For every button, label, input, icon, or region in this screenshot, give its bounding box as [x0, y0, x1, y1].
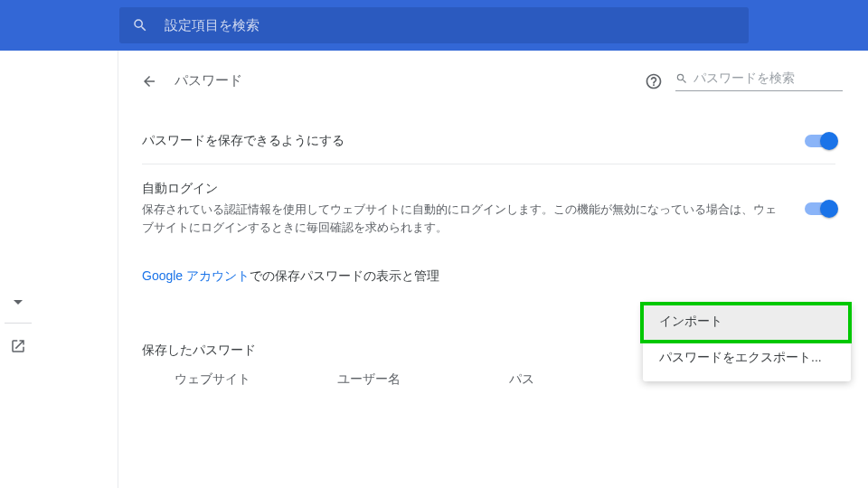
col-website: ウェブサイト	[175, 371, 337, 388]
auto-signin-toggle[interactable]	[805, 202, 835, 215]
auto-signin-title: 自動ログイン	[142, 181, 787, 197]
help-icon	[645, 72, 663, 90]
sidebar	[0, 51, 36, 354]
open-in-new-icon[interactable]	[10, 338, 26, 354]
col-username: ユーザー名	[337, 371, 509, 388]
arrow-back-icon	[141, 73, 157, 89]
google-account-row: Google アカウントでの保存パスワードの表示と管理	[142, 250, 835, 303]
back-button[interactable]	[140, 72, 158, 90]
top-app-bar: 設定項目を検索	[0, 0, 868, 51]
password-search-placeholder: パスワードを検索	[693, 70, 795, 87]
offer-save-label: パスワードを保存できるようにする	[142, 133, 787, 149]
password-search[interactable]: パスワードを検索	[675, 70, 843, 91]
col-password: パス	[509, 371, 534, 388]
settings-page: パスワード パスワードを検索 パスワードを保存できるようにする 自動ログイン 保…	[0, 51, 868, 488]
page-title: パスワード	[175, 72, 242, 89]
menu-item-import[interactable]: インポート	[643, 304, 851, 340]
sidebar-divider	[5, 323, 32, 324]
settings-search[interactable]: 設定項目を検索	[119, 7, 749, 43]
settings-content: パスワード パスワードを検索 パスワードを保存できるようにする 自動ログイン 保…	[118, 51, 868, 488]
page-header: パスワード パスワードを検索	[118, 51, 868, 100]
offer-save-toggle[interactable]	[805, 135, 835, 147]
search-icon	[132, 17, 148, 33]
chevron-down-icon[interactable]	[14, 300, 23, 305]
help-button[interactable]	[645, 72, 663, 90]
google-account-link[interactable]: Google アカウント	[142, 268, 250, 283]
auto-signin-desc: 保存されている認証情報を使用してウェブサイトに自動的にログインします。この機能が…	[142, 201, 787, 236]
auto-signin-row: 自動ログイン 保存されている認証情報を使用してウェブサイトに自動的にログインしま…	[142, 164, 835, 250]
offer-save-row: パスワードを保存できるようにする	[142, 117, 835, 164]
password-options-menu: インポート パスワードをエクスポート...	[643, 304, 851, 381]
search-icon	[675, 72, 688, 85]
menu-item-export[interactable]: パスワードをエクスポート...	[643, 340, 851, 376]
google-account-suffix: での保存パスワードの表示と管理	[250, 268, 439, 283]
settings-search-placeholder: 設定項目を検索	[165, 17, 259, 34]
